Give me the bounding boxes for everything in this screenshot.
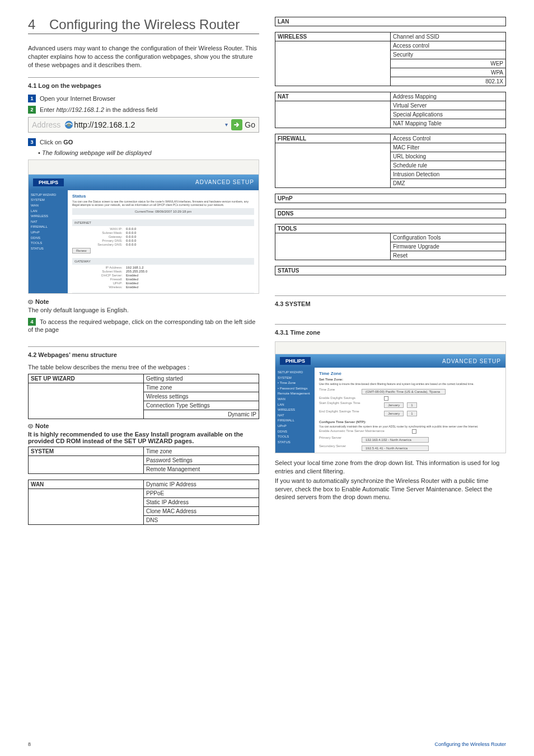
page-number: 8 [28,741,31,747]
step-3-sub: The following webpage will be displayed [38,149,259,156]
step-2: 2 Enter http://192.168.1.2 in the addres… [28,106,259,114]
tz-para-1: Select your local time zone from the dro… [275,459,506,476]
system-table: SYSTEMTime zone Password Settings Remote… [28,447,259,474]
lan-table: LAN [275,17,506,26]
step-4: 4 To access the required webpage, click … [28,318,259,333]
status-table: STATUS [275,266,506,275]
ss2-philips-logo: PHILIPS [280,357,311,365]
tz-para-2: If you want to automatically synchronize… [275,477,506,502]
section-4-2-title: 4.2 Webpages' menu structure [28,351,259,358]
intro-paragraph: Advanced users may want to change the co… [28,44,259,69]
go-arrow-icon [231,119,242,130]
section-4-1-title: 4.1 Log on the webpages [28,82,259,89]
tools-table: TOOLS Configuration Tools Firmware Upgra… [275,224,506,260]
svg-point-1 [67,123,71,126]
ss-philips-logo: PHILIPS [33,179,64,186]
wan-table: WANDynamic IP Address PPPoE Static IP Ad… [28,480,259,525]
address-label: Address [29,120,64,129]
footer-right: Configuring the Wireless Router [434,741,506,747]
timezone-screenshot: PHILIPS ADVANCED SETUP SETUP WIZARD SYST… [275,341,506,453]
address-url: http://192.168.1.2 [74,120,222,129]
page-footer: 8 Configuring the Wireless Router [28,741,506,747]
divider [28,77,259,78]
address-bar-illustration: Address http://192.168.1.2 ▾ Go [28,117,259,133]
step-4-text: To access the required webpage, click on… [28,318,255,333]
ss2-advanced-label: ADVANCED SETUP [442,358,501,364]
section-4-2-lead: The table below describes the menu tree … [28,364,259,370]
step-badge-3: 3 [28,138,36,146]
step-1: 1 Open your Internet Browser [28,95,259,102]
ss2-sidebar: SETUP WIZARD SYSTEM • Time Zone • Passwo… [275,368,315,453]
ss-advanced-label: ADVANCED SETUP [195,179,254,185]
note-1-head: ⊜Note [28,298,259,306]
ss-sidebar: SETUP WIZARD SYSTEM WAN LAN WIRELESS NAT… [29,190,68,293]
divider [28,346,259,347]
upnp-table: UPnP [275,194,506,203]
note-2-body: It is highly recommended to use the Easy… [28,431,259,444]
step-3: 3 Click on GO [28,138,259,146]
go-label: Go [245,120,259,129]
chapter-heading: 4Configuring the Wireless Router [28,17,259,34]
divider [275,324,506,325]
firewall-table: FIREWALLAccess Control MAC Filter URL bl… [275,134,506,188]
note-2-head: ⊜Note [28,422,259,430]
step-badge-1: 1 [28,95,36,102]
step-badge-4: 4 [28,318,36,326]
address-dropdown-icon: ▾ [222,121,231,128]
setup-wizard-table: SET UP WIZARDGetting started Time zone W… [28,374,259,419]
step-3-text: Click on GO [40,139,73,145]
wireless-table: WIRELESSChannel and SSID Access control … [275,32,506,86]
chapter-number: 4 [28,17,49,32]
step-1-text: Open your Internet Browser [40,95,115,102]
step-2-text: Enter http://192.168.1.2 in the address … [40,106,157,113]
ddns-table: DDNS [275,209,506,218]
step-badge-2: 2 [28,106,36,114]
note-1-body: The only default language is English. [28,307,259,313]
section-4-3-1-title: 4.3.1 Time zone [275,329,506,336]
section-4-3-title: 4.3 SYSTEM [275,300,506,307]
divider [275,295,506,296]
ss-main: Status You can use the Status screen to … [68,190,259,293]
chapter-title: Configuring the Wireless Router [49,17,240,32]
ie-icon [64,120,74,130]
status-screenshot: PHILIPS ADVANCED SETUP SETUP WIZARD SYST… [28,159,259,294]
ss2-main: Time Zone Set Time Zone: Use this settin… [315,368,505,453]
nat-table: NATAddress Mapping Virtual Server Specia… [275,92,506,128]
